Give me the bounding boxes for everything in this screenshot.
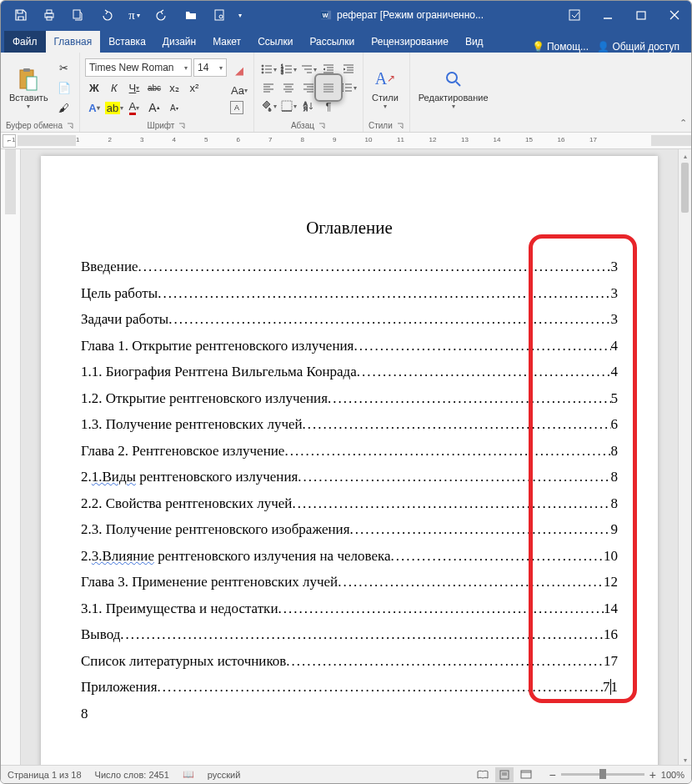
paragraph-launcher[interactable] [318,122,326,130]
tell-me[interactable]: 💡 Помощ... [532,41,589,53]
toc-leader: ........................................… [328,390,611,407]
toc-leader: ........................................… [338,574,604,591]
numbering-button[interactable]: 123▾ [279,60,298,78]
highlight-button[interactable]: ab▾ [105,98,123,117]
tab-references[interactable]: Ссылки [249,31,301,53]
ruler-vertical[interactable] [1,149,21,766]
toc-page-number: 3 [611,285,619,302]
zoom-in-button[interactable]: + [649,768,656,781]
italic-button[interactable]: К [105,78,123,97]
share-button[interactable]: 👤 Общий доступ [597,41,679,53]
tab-review[interactable]: Рецензирование [363,31,457,53]
undo-button[interactable] [93,3,119,27]
minimize-button[interactable] [591,1,624,29]
clear-format-button[interactable]: ◢ [230,61,248,79]
svg-rect-15 [23,68,30,72]
svg-text:W: W [323,13,328,18]
toc-leader: ........................................… [158,679,603,696]
svg-rect-3 [73,10,80,18]
zoom-level[interactable]: 100% [661,770,684,780]
ruler-horizontal[interactable]: ⌐ 11234567891011121314151617 [1,133,691,149]
styles-button[interactable]: A↗ Стили▾ [369,64,402,112]
editing-button[interactable]: Редактирование▾ [415,64,492,112]
strike-button[interactable]: abc [145,78,163,97]
status-language[interactable]: русский [208,770,240,780]
tab-design[interactable]: Дизайн [154,31,204,53]
clipboard-launcher[interactable] [66,122,74,130]
borders-button[interactable]: ▾ [279,97,298,115]
font-name-combo[interactable]: Times New Roman▾ [85,58,192,77]
toc-line: 3.1. Преимущества и недостатки..........… [81,601,618,617]
print-preview-button[interactable] [206,3,233,27]
justify-button[interactable] [319,78,338,97]
bullets-button[interactable]: ▾ [259,60,278,78]
document-page[interactable]: Оглавление Введение.....................… [41,156,658,766]
maximize-button[interactable] [624,1,658,29]
ribbon-options-button[interactable] [558,1,591,29]
status-words[interactable]: Число слов: 2451 [95,770,169,780]
tab-file[interactable]: Файл [4,31,46,53]
tab-mailings[interactable]: Рассылки [301,31,363,53]
subscript-button[interactable]: x₂ [165,78,183,97]
read-mode-button[interactable] [474,767,492,782]
toc-line: 2.3.Влияние рентгеновского излучения на … [81,548,618,565]
svg-rect-1 [47,10,52,13]
superscript-button[interactable]: x² [185,78,203,97]
zoom-slider[interactable] [561,773,644,776]
shading-button[interactable]: ▾ [259,97,278,115]
toc-leader: ........................................… [120,626,604,643]
align-left-button[interactable] [259,78,278,97]
new-button[interactable] [64,3,91,27]
toc-page-number: 6 [611,416,619,433]
status-page[interactable]: Страница 1 из 18 [8,770,82,780]
align-center-button[interactable] [279,78,298,97]
close-button[interactable] [658,1,691,29]
tab-insert[interactable]: Вставка [100,31,154,53]
change-case-button[interactable]: Aa▾ [230,81,248,99]
collapse-ribbon-button[interactable]: ⌃ [674,53,691,132]
font-size-combo[interactable]: 14▾ [193,58,227,77]
toc-line: 2.2. Свойства рентгеновских лучей.......… [81,495,618,512]
group-paragraph: ▾ 123▾ ▾ ▾ ▾ ▾ AЯ ¶ [254,53,364,132]
toc-label: 1.2. Открытие рентгеновского излучения [81,390,328,407]
grow-font-button[interactable]: A▴ [145,98,163,117]
font-color-button[interactable]: A▾ [125,98,143,117]
text-effects-button[interactable]: A▾ [85,98,103,117]
bold-button[interactable]: Ж [85,78,103,97]
toc-label: Введение [81,259,138,275]
underline-button[interactable]: Ч▾ [125,78,143,97]
vertical-scrollbar[interactable]: ▴ ▾ [678,149,691,766]
styles-launcher[interactable] [396,122,404,130]
tab-home[interactable]: Главная [46,31,101,53]
character-border-button[interactable]: A [230,101,243,114]
toc-page-number: 17 [604,653,618,670]
toc-line: 2.3. Получение рентгеновского изображени… [81,521,618,538]
toc-label: Цель работы [81,285,158,302]
toc-leader: ........................................… [158,285,610,302]
svg-text:Я: Я [303,106,308,112]
toc-line: 1.2. Открытие рентгеновского излучения .… [81,390,618,407]
equation-button[interactable]: π▾ [121,3,148,27]
status-proofing[interactable]: 📖 [183,769,194,780]
toc-page-number: 5 [611,390,619,407]
open-button[interactable] [178,3,204,27]
redo-button[interactable] [149,3,176,27]
print-layout-button[interactable] [495,767,514,782]
font-launcher[interactable] [178,122,186,130]
svg-rect-9 [569,10,579,20]
tab-layout[interactable]: Макет [204,31,249,53]
copy-button[interactable]: 📄 [55,78,73,97]
print-button[interactable] [36,3,63,27]
cut-button[interactable]: ✂ [55,58,73,77]
shrink-font-button[interactable]: A▾ [165,98,183,117]
toc-line: Глава 2. Рентгеновское излучение........… [81,443,618,460]
web-layout-button[interactable] [517,767,535,782]
paste-button[interactable]: Вставить ▾ [6,64,52,112]
save-button[interactable] [8,3,34,27]
zoom-out-button[interactable]: − [549,768,555,781]
format-painter-button[interactable]: 🖌 [55,98,73,117]
tab-view[interactable]: Вид [457,31,492,53]
qat-customize-button[interactable]: ▾ [234,3,246,27]
toc-label: Приложения [81,679,158,696]
toc-line: Введение................................… [81,259,618,275]
